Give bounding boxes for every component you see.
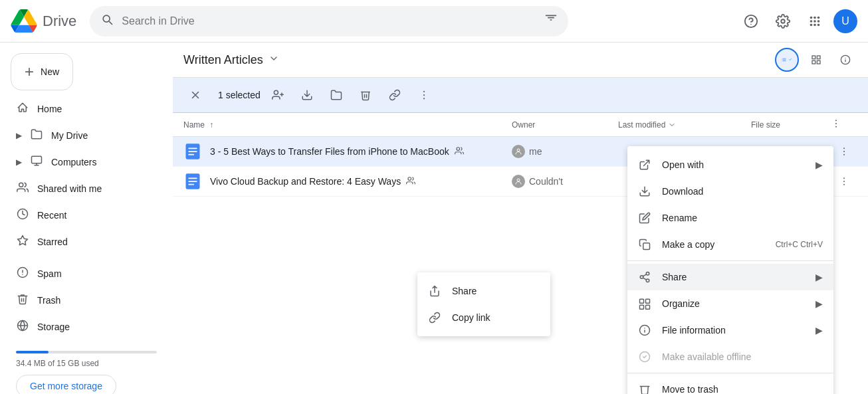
download-button[interactable] [295, 83, 319, 107]
svg-point-43 [843, 177, 845, 179]
ctx-share-item[interactable]: Share [417, 278, 550, 304]
svg-rect-53 [646, 299, 650, 303]
folder-dropdown-icon[interactable] [269, 53, 279, 67]
sidebar-item-recent[interactable]: Recent [0, 202, 162, 229]
folder-header: Written Articles [173, 43, 868, 78]
more-actions-button[interactable] [412, 83, 436, 107]
file-more-options[interactable] [831, 176, 857, 187]
svg-rect-18 [812, 56, 815, 59]
sidebar-item-my-drive[interactable]: ▶ My Drive [0, 122, 162, 149]
filter-icon[interactable] [544, 13, 558, 29]
svg-point-2 [810, 16, 813, 19]
sidebar-item-home-label: Home [37, 104, 62, 114]
ctx-rename[interactable]: Rename [627, 205, 833, 231]
file-info-arrow-icon: ▶ [815, 325, 823, 336]
add-people-button[interactable] [266, 83, 290, 107]
open-with-icon [638, 158, 651, 171]
sidebar-item-storage-label: Storage [37, 322, 70, 332]
shared-badge-icon [406, 176, 415, 187]
col-more-header [831, 118, 857, 131]
list-view-button[interactable] [775, 48, 799, 72]
search-input[interactable] [122, 15, 536, 27]
move-trash-icon [638, 383, 651, 394]
grid-view-button[interactable] [804, 48, 828, 72]
storage-bar-fill [16, 351, 49, 353]
svg-rect-46 [643, 243, 650, 250]
svg-point-48 [640, 276, 643, 279]
svg-point-16 [22, 274, 23, 275]
ctx-copy[interactable]: Make a copy Ctrl+C Ctrl+V [627, 231, 833, 258]
info-button[interactable] [833, 48, 857, 72]
svg-point-1 [751, 24, 752, 25]
ctx-trash-label: Move to trash [662, 384, 823, 394]
svg-point-47 [646, 272, 649, 276]
sidebar-item-storage[interactable]: Storage [0, 314, 162, 340]
owner-avatar [512, 175, 525, 188]
move-button[interactable] [324, 83, 348, 107]
delete-button[interactable] [354, 83, 378, 107]
app-logo: Drive [11, 9, 76, 33]
rename-icon [638, 211, 651, 225]
sidebar-item-my-drive-label: My Drive [51, 130, 88, 141]
file-owner: me [512, 145, 618, 158]
col-owner-header: Owner [512, 120, 618, 130]
storage-icon [16, 320, 29, 335]
ctx-copy-shortcut: Ctrl+C Ctrl+V [776, 240, 823, 249]
get-link-button[interactable] [383, 83, 407, 107]
apps-button[interactable] [802, 8, 828, 35]
svg-point-10 [817, 23, 820, 26]
new-button-label: New [41, 66, 59, 77]
sidebar-item-shared[interactable]: Shared with me [0, 175, 162, 202]
new-button[interactable]: + New [11, 53, 73, 90]
settings-button[interactable] [770, 8, 796, 35]
ctx-share[interactable]: Share ▶ [627, 264, 833, 290]
file-name: 3 - 5 Best Ways to Transfer Files from i… [210, 146, 512, 157]
search-icon [100, 13, 114, 29]
svg-point-37 [843, 148, 845, 149]
search-bar[interactable] [90, 6, 568, 37]
ctx-file-info[interactable]: File information ▶ [627, 317, 833, 344]
avatar[interactable]: U [833, 9, 857, 33]
ctx-organize[interactable]: Organize ▶ [627, 290, 833, 317]
svg-rect-11 [32, 156, 42, 163]
my-drive-icon [30, 128, 43, 144]
svg-line-51 [643, 274, 646, 276]
svg-point-5 [810, 20, 813, 23]
header-actions: U [738, 8, 857, 35]
svg-point-32 [835, 123, 837, 124]
copy-link-icon [428, 311, 441, 324]
ctx-download[interactable]: Download [627, 178, 833, 205]
ctx-offline: Make available offline [627, 344, 833, 370]
ctx-copy-link-item[interactable]: Copy link [417, 304, 550, 331]
plus-icon: + [25, 62, 34, 81]
starred-icon [16, 235, 29, 250]
open-with-arrow-icon: ▶ [815, 159, 823, 170]
svg-point-4 [817, 16, 820, 19]
ctx-open-with[interactable]: Open with ▶ [627, 151, 833, 178]
drive-logo-icon [11, 9, 37, 33]
app-title: Drive [43, 13, 76, 30]
get-storage-button[interactable]: Get more storage [16, 375, 116, 394]
file-owner: Couldn't [512, 175, 618, 188]
sidebar-item-home[interactable]: Home [0, 96, 162, 122]
clear-selection-button[interactable] [183, 83, 207, 107]
ctx-trash[interactable]: Move to trash [627, 376, 833, 394]
svg-point-39 [843, 154, 845, 155]
ctx-offline-label: Make available offline [662, 351, 823, 362]
ctx-copy-link-label: Copy link [452, 312, 540, 323]
svg-point-6 [814, 20, 816, 23]
selected-count: 1 selected [218, 90, 261, 100]
sidebar-item-spam[interactable]: Spam [0, 260, 162, 287]
my-drive-expand-icon: ▶ [16, 131, 22, 140]
ctx-download-label: Download [662, 186, 823, 197]
file-more-options[interactable] [831, 146, 857, 157]
sidebar-item-trash[interactable]: Trash [0, 287, 162, 314]
sidebar-item-computers[interactable]: ▶ Computers [0, 149, 162, 175]
folder-name: Written Articles [183, 53, 263, 67]
file-info-icon [638, 324, 651, 337]
share-menu-icon [638, 270, 651, 284]
sidebar-item-starred[interactable]: Starred [0, 229, 162, 255]
help-button[interactable] [738, 8, 764, 35]
ctx-open-with-label: Open with [662, 159, 805, 170]
shared-icon [16, 181, 29, 197]
